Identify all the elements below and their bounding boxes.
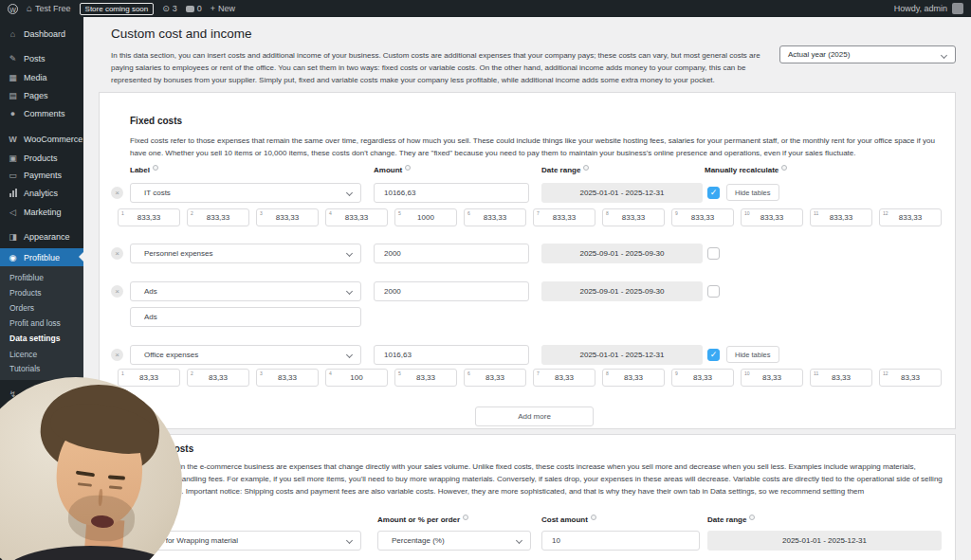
month-input[interactable]: 7833,33 <box>533 208 595 226</box>
sidebar-item-marketing[interactable]: ◁Marketing <box>0 203 83 221</box>
sidebar-item-comments[interactable]: ●Comments <box>0 104 83 122</box>
month-input[interactable]: 1083,33 <box>741 369 803 387</box>
month-input[interactable]: 883,33 <box>602 369 665 387</box>
sidebar-item-analytics[interactable]: Analytics <box>0 184 83 202</box>
month-input[interactable]: 11833,33 <box>810 208 872 226</box>
cost-label-select[interactable]: Personnel expenses <box>130 244 361 263</box>
recalculate-checkbox[interactable]: ✓ <box>707 349 720 361</box>
remove-row-icon[interactable]: × <box>111 349 123 361</box>
submenu-item-orders[interactable]: Orders <box>0 300 83 316</box>
new-menu[interactable]: + New <box>211 4 235 13</box>
hide-tables-button[interactable]: Hide tables <box>726 346 779 363</box>
month-input[interactable]: 8833,33 <box>602 208 665 226</box>
submenu-item-label: Orders <box>9 303 34 313</box>
month-input[interactable]: 283,33 <box>187 369 249 387</box>
month-input[interactable]: 583,33 <box>394 369 457 387</box>
custom-label-input[interactable] <box>130 307 361 327</box>
cost-label-select[interactable]: IT costs <box>130 183 361 203</box>
avatar[interactable] <box>952 3 963 14</box>
date-range-field[interactable]: 2025-01-01 - 2025-12-31 <box>541 183 703 203</box>
sidebar-item-pages[interactable]: ▤Pages <box>0 86 83 104</box>
amount-input[interactable] <box>374 281 529 301</box>
cost-amount-input[interactable] <box>541 531 700 551</box>
month-input[interactable]: 783,33 <box>533 369 595 387</box>
amount-input[interactable] <box>374 244 529 263</box>
dashboard-icon: ⌂ <box>8 29 18 39</box>
month-input[interactable]: 1183,33 <box>810 369 872 387</box>
sidebar-item-dashboard[interactable]: ⌂Dashboard <box>0 25 83 43</box>
sidebar-item-profitblue[interactable]: ◉Profitblue <box>0 248 83 266</box>
submenu-item-data-settings[interactable]: Data settings <box>0 331 83 346</box>
sidebar-item-posts[interactable]: ✎Posts <box>0 49 83 67</box>
month-input[interactable]: 51000 <box>394 208 457 226</box>
submenu-item-profitblue[interactable]: Profitblue <box>0 270 83 285</box>
month-input[interactable]: 383,33 <box>256 369 319 387</box>
remove-row-icon[interactable]: × <box>111 187 123 199</box>
submenu-item-profit-and-loss[interactable]: Profit and loss <box>0 316 83 331</box>
date-range-field[interactable]: 2025-09-01 - 2025-09-30 <box>541 281 703 301</box>
info-icon[interactable] <box>405 165 411 171</box>
month-input[interactable]: 10833,33 <box>741 208 803 226</box>
info-icon[interactable] <box>583 165 589 171</box>
info-icon[interactable] <box>591 515 596 520</box>
updates-indicator[interactable]: ⊙ 3 <box>162 4 177 13</box>
cost-label-select[interactable]: Ads <box>130 281 361 301</box>
month-input[interactable]: 4100 <box>325 369 388 387</box>
month-input[interactable]: 183,33 <box>118 369 180 387</box>
column-header-amount: Amount <box>374 165 411 174</box>
remove-row-icon[interactable]: × <box>111 285 123 298</box>
wordpress-menu[interactable]: W <box>8 4 18 14</box>
sidebar-item-label: Analytics <box>24 189 58 198</box>
sidebar-item-payments[interactable]: ▭Payments <box>0 166 83 184</box>
info-icon[interactable] <box>463 515 468 520</box>
month-input[interactable]: 683,33 <box>464 369 526 387</box>
submenu-item-tutorials[interactable]: Tutorials <box>0 361 83 376</box>
sidebar-item-media[interactable]: ▦Media <box>0 68 83 86</box>
month-input[interactable]: 12833,33 <box>879 208 942 226</box>
month-input[interactable]: 9833,33 <box>671 208 734 226</box>
month-number: 3 <box>260 370 263 376</box>
submenu-item-label: Products <box>9 288 42 298</box>
month-input[interactable]: 4833,33 <box>325 208 388 226</box>
info-icon[interactable] <box>153 165 158 171</box>
amount-input[interactable] <box>374 183 529 203</box>
recalculate-checkbox[interactable]: ✓ <box>707 187 720 199</box>
recalculate-checkbox[interactable] <box>707 247 720 260</box>
cost-label-select[interactable]: Office expenses <box>130 345 361 365</box>
sidebar-item-products[interactable]: ▣Products <box>0 149 83 167</box>
sidebar-item-appearance[interactable]: ◨Appearance <box>0 227 83 245</box>
submenu-item-label: Profit and loss <box>9 318 61 328</box>
howdy-admin-link[interactable]: Howdy, admin <box>894 4 947 13</box>
year-select[interactable]: Actual year (2025) <box>779 45 956 63</box>
comments-indicator[interactable]: 0 <box>186 4 202 13</box>
comment-count: 0 <box>197 4 202 13</box>
add-more-button[interactable]: Add more <box>475 406 594 426</box>
info-icon[interactable] <box>749 515 755 520</box>
month-input[interactable]: 2833,33 <box>187 208 249 226</box>
site-link[interactable]: ⌂ Test Free <box>27 4 71 13</box>
month-value: 83,33 <box>742 370 802 386</box>
month-input[interactable]: 1833,33 <box>118 208 180 226</box>
variable-costs-card: Variable costs Variable costs in the e-c… <box>99 434 956 560</box>
date-range-field[interactable]: 2025-01-01 - 2025-12-31 <box>541 345 703 365</box>
month-input[interactable]: 1283,33 <box>879 369 942 387</box>
month-input[interactable]: 3833,33 <box>256 208 319 226</box>
month-input[interactable]: 983,33 <box>671 369 734 387</box>
amount-input[interactable] <box>374 345 529 365</box>
remove-row-icon[interactable]: × <box>111 247 123 260</box>
date-range-field[interactable]: 2025-09-01 - 2025-09-30 <box>541 244 703 263</box>
amount-type-value: Percentage (%) <box>392 536 445 545</box>
amount-type-select[interactable]: Percentage (%) <box>377 531 531 551</box>
sidebar-item-woocommerce[interactable]: WWooCommerce <box>0 130 83 148</box>
recalculate-checkbox[interactable] <box>707 285 720 298</box>
submenu-item-products[interactable]: Products <box>0 285 83 300</box>
date-range-field[interactable]: 2025-01-01 - 2025-12-31 <box>707 531 942 551</box>
store-coming-soon-badge[interactable]: Store coming soon <box>80 3 155 15</box>
month-input[interactable]: 6833,33 <box>464 208 526 226</box>
hide-tables-button[interactable]: Hide tables <box>726 184 779 201</box>
variable-cost-row: Costs for Wrapping material Percentage (… <box>100 531 957 551</box>
submenu-item-licence[interactable]: Licence <box>0 347 83 362</box>
month-number: 1 <box>121 210 124 216</box>
month-number: 7 <box>537 370 540 376</box>
info-icon[interactable] <box>781 165 787 171</box>
